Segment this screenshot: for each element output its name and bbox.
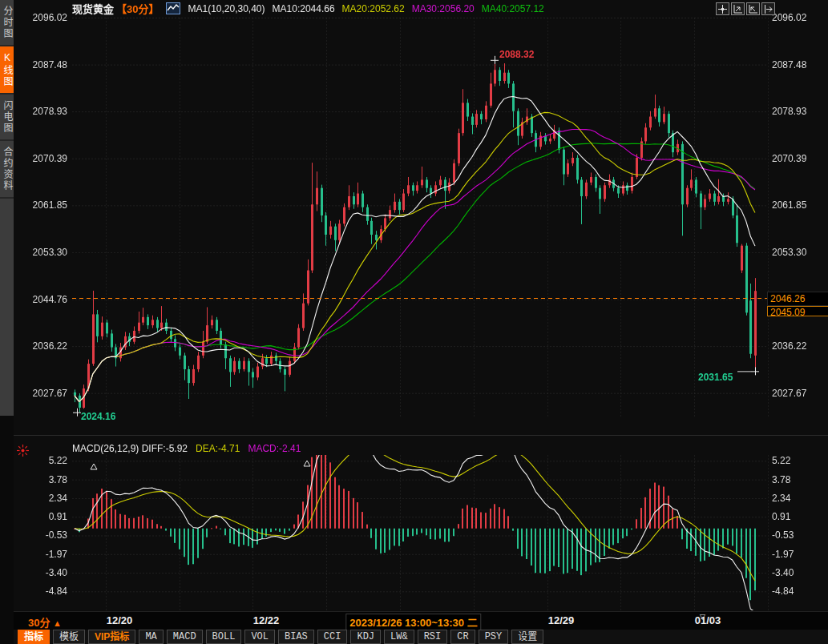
macd-ticks-left-tick: -0.53: [16, 529, 67, 541]
macd-ticks-left-tick: 5.22: [16, 455, 67, 466]
main-ticks-left-tick: 2087.48: [16, 59, 67, 70]
date-label: 01/03: [695, 614, 721, 626]
period-label: 【30分】: [116, 1, 159, 16]
toolbar-item-CR[interactable]: CR: [450, 630, 475, 644]
sidebar-tab-1[interactable]: 分时图: [0, 0, 14, 46]
kline-app-window: 分时图K线图闪电图合约资料 现货黄金 【30分】 MA1(10,20,30,40…: [0, 0, 828, 644]
exit-pan-right-icon[interactable]: [761, 2, 775, 15]
zoom-axis-left-icon[interactable]: [731, 2, 745, 15]
main-ticks-right-tick: 2070.39: [772, 153, 825, 164]
chart-header: 现货黄金 【30分】 MA1(10,20,30,40) MA10:2044.66…: [72, 2, 544, 15]
sidebar-tab-2[interactable]: K线图: [0, 46, 14, 95]
toolbar-item-LW&[interactable]: LW&: [384, 630, 414, 644]
period-selector[interactable]: 30分 ▲: [28, 614, 62, 630]
date-label: 12/22: [253, 614, 280, 626]
macd-header: MACD(26,12,9) DIFF:-5.92 DEA:-4.71 MACD:…: [72, 442, 301, 454]
macd-ticks-left-tick: -4.84: [16, 586, 67, 597]
main-ticks-left-tick: 2036.22: [16, 340, 67, 352]
macd-dea-value: DEA:-4.71: [196, 443, 240, 454]
chart-type-sidebar: 分时图K线图闪电图合约资料: [0, 0, 14, 644]
toolbar-item-KDJ[interactable]: KDJ: [350, 630, 381, 644]
toolbar-item-BIAS[interactable]: BIAS: [278, 630, 314, 644]
macd-ticks-right-tick: 5.22: [772, 455, 825, 466]
kline-chart-canvas[interactable]: [0, 0, 828, 644]
main-ticks-left-tick: 2027.67: [16, 388, 67, 399]
date-label: 12/29: [548, 614, 575, 626]
main-ticks-left-tick: 2044.76: [16, 294, 67, 305]
macd-ticks-left-tick: 2.34: [16, 493, 67, 504]
scroll-marker-icon: ▽: [700, 613, 705, 621]
main-ticks-left-tick: 2070.39: [16, 153, 67, 164]
sidebar-tab-4[interactable]: 合约资料: [0, 141, 14, 199]
toolbar-item-PSY[interactable]: PSY: [479, 630, 509, 644]
macd-ticks-right-tick: -0.53: [772, 529, 825, 541]
macd-diff-value: MACD(26,12,9) DIFF:-5.92: [72, 443, 188, 454]
macd-ticks-right-tick: 3.78: [772, 474, 825, 485]
ma30-value: MA30:2056.20: [412, 3, 475, 14]
main-ticks-right-tick: 2078.93: [772, 106, 825, 117]
toolbar-item-MA[interactable]: MA: [139, 630, 163, 644]
macd-bar-value: MACD:-2.41: [248, 443, 301, 454]
ma40-value: MA40:2057.12: [482, 3, 544, 14]
indicator-burst-icon[interactable]: [17, 445, 29, 457]
sidebar-tab-3[interactable]: 闪电图: [0, 95, 14, 141]
main-ticks-right-tick: 2087.48: [772, 59, 825, 70]
macd-ticks-right-tick: -4.84: [772, 586, 825, 597]
last-low-label: 2031.65: [698, 372, 733, 383]
date-label: 12/20: [107, 614, 133, 626]
toolbar-item-设置[interactable]: 设置: [511, 630, 543, 644]
session-low-label: 2024.16: [81, 411, 115, 422]
toolbar-item-VIP指标[interactable]: VIP指标: [88, 630, 135, 644]
main-ticks-right-tick: 2096.02: [772, 12, 825, 23]
toolbar-item-VOL[interactable]: VOL: [244, 630, 275, 644]
period-arrow-icon: ▲: [53, 618, 62, 628]
macd-ticks-right-tick: 0.91: [772, 511, 825, 522]
macd-ticks-left-tick: -1.97: [16, 549, 67, 560]
toolbar-item-BOLL[interactable]: BOLL: [206, 630, 242, 644]
toolbar-item-RSI[interactable]: RSI: [418, 630, 448, 644]
main-ticks-left-tick: 2053.30: [16, 247, 67, 258]
line-chart-icon[interactable]: [166, 2, 180, 14]
macd-ticks-right-tick: 2.34: [772, 493, 825, 504]
main-ticks-right-tick: 2036.22: [772, 340, 825, 352]
macd-ticks-right-tick: -1.97: [772, 549, 825, 560]
toolbar-item-指标[interactable]: 指标: [18, 630, 50, 644]
macd-ticks-right-tick: -3.40: [772, 567, 825, 578]
macd-ticks-left-tick: 3.78: [16, 474, 67, 485]
toolbar-item-CCI[interactable]: CCI: [317, 630, 348, 644]
main-ticks-right-tick: 2027.67: [772, 388, 825, 399]
chart-tool-buttons: [716, 2, 775, 15]
ma10-value: MA10:2044.66: [273, 3, 335, 14]
main-ticks-right-tick: 2053.30: [772, 247, 825, 258]
toolbar-item-模板[interactable]: 模板: [53, 630, 85, 644]
symbol-title: 现货黄金: [72, 1, 114, 16]
toolbar-item-MACD[interactable]: MACD: [167, 630, 203, 644]
macd-ticks-left-tick: 0.91: [16, 511, 67, 522]
main-ticks-left-tick: 2096.02: [16, 12, 67, 23]
session-high-label: 2088.32: [499, 49, 534, 60]
macd-ticks-left-tick: -3.40: [16, 567, 67, 578]
ma20-value: MA20:2052.62: [342, 3, 405, 14]
cursor-date-label: 2023/12/26 13:00~13:30 二: [345, 614, 481, 630]
main-ticks-left-tick: 2061.85: [16, 199, 67, 211]
main-ticks-right-tick: 2061.85: [772, 199, 825, 211]
ma-group-label: MA1(10,20,30,40): [188, 3, 265, 14]
secondary-price-box: 2045.09: [767, 306, 828, 316]
crosshair-move-icon[interactable]: [716, 2, 729, 15]
main-ticks-left-tick: 2078.93: [16, 106, 67, 117]
indicator-toolbar: 指标模板VIP指标MAMACDBOLLVOLBIASCCIKDJLW&RSICR…: [14, 630, 828, 644]
current-price-box: 2046.26: [767, 292, 828, 306]
time-axis-row: 30分 ▲ 12/2012/222023/12/26 13:00~13:30 二…: [14, 611, 828, 630]
zoom-axis-right-icon[interactable]: [746, 2, 760, 15]
